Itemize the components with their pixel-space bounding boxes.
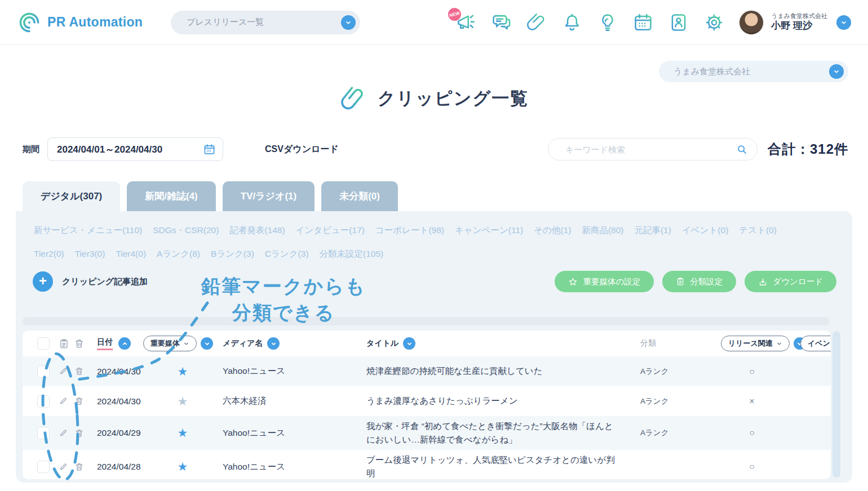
row-media-name: Yahoo!ニュース — [205, 365, 352, 377]
page-nav-select[interactable]: プレスリリース一覧 — [171, 11, 360, 34]
column-header-date[interactable]: 日付 — [97, 337, 113, 350]
sort-ascending-icon[interactable] — [118, 337, 131, 350]
bell-icon[interactable] — [561, 12, 583, 33]
row-checkbox[interactable] — [37, 365, 50, 378]
column-header-title[interactable]: タイトル — [366, 337, 398, 350]
star-outline-icon — [568, 277, 578, 287]
clipboard-icon[interactable] — [56, 338, 71, 349]
filter-link[interactable]: テスト(0) — [739, 225, 777, 235]
filter-link[interactable]: 元記事(1) — [634, 225, 671, 235]
event-filter-pill[interactable]: イベン — [800, 336, 831, 351]
period-value[interactable] — [57, 144, 187, 155]
table-row[interactable]: 2024/04/29 ★ Yahoo!ニュース 我が家・坪倉 “初めて食べたとき… — [23, 416, 831, 450]
filter-link[interactable]: Tier2(0) — [34, 249, 64, 258]
filter-link[interactable]: 新商品(80) — [582, 225, 623, 235]
search-box[interactable] — [548, 138, 758, 160]
select-all-checkbox[interactable] — [37, 337, 50, 350]
tab-digital[interactable]: デジタル(307) — [23, 181, 120, 211]
search-input[interactable] — [565, 145, 736, 154]
avatar[interactable] — [738, 10, 764, 35]
tab-newspaper-magazine[interactable]: 新聞/雑誌(4) — [127, 181, 216, 211]
category-settings-button[interactable]: 分類設定 — [662, 271, 736, 292]
add-clipping-label[interactable]: クリッピング記事追加 — [62, 276, 148, 287]
search-icon[interactable] — [736, 144, 748, 155]
filter-link[interactable]: キャンペーン(11) — [455, 225, 523, 235]
row-title[interactable]: うまみ濃厚なあさりたっぷりラーメン — [352, 391, 628, 411]
filter-link[interactable]: その他(1) — [534, 225, 571, 235]
row-checkbox[interactable] — [37, 395, 50, 408]
company-select[interactable]: うまみ食堂株式会社 — [659, 61, 848, 82]
pencil-icon[interactable] — [56, 396, 71, 406]
main-content: うまみ食堂株式会社 クリッピング一覧 期間 CSVダウンロード 合 — [0, 45, 868, 491]
tab-tv-radio[interactable]: TV/ラジオ(1) — [223, 181, 315, 211]
content-panel: 新サービス・メニュー(110)SDGs・CSR(20)記者発表(148)インタビ… — [16, 211, 852, 483]
filter-link[interactable]: インタビュー(17) — [296, 225, 365, 235]
trash-icon[interactable] — [71, 396, 87, 406]
filter-chevron-down-icon[interactable] — [267, 337, 280, 350]
row-checkbox[interactable] — [37, 427, 50, 439]
column-header-media-name[interactable]: メディア名 — [223, 338, 263, 349]
row-title[interactable]: ブーム後退マリトッツォ、人気底堅いピスタチオとの違いが判明 — [352, 450, 628, 479]
filter-link[interactable]: Tier3(0) — [75, 249, 105, 258]
user-menu-chevron-down-icon[interactable] — [836, 15, 851, 30]
filter-link[interactable]: Tier4(0) — [116, 249, 146, 258]
important-media-settings-button[interactable]: 重要媒体の設定 — [555, 271, 654, 292]
topbar: PR Automation プレスリリース一覧 NEW — [0, 0, 868, 45]
filter-link[interactable]: 新サービス・メニュー(110) — [34, 225, 142, 235]
id-card-icon[interactable] — [668, 12, 689, 33]
filter-link[interactable]: イベント(0) — [682, 225, 728, 235]
filter-links-row1: 新サービス・メニュー(110)SDGs・CSR(20)記者発表(148)インタビ… — [34, 225, 836, 236]
filter-link[interactable]: Aランク(8) — [157, 249, 200, 258]
important-media-filter-pill[interactable]: 重要媒体 — [143, 336, 197, 351]
filter-chevron-down-icon[interactable] — [403, 337, 415, 350]
filter-link[interactable]: 記者発表(148) — [229, 225, 285, 235]
calendar-icon[interactable] — [632, 12, 654, 33]
filter-link[interactable]: コーポレート(98) — [375, 225, 444, 235]
gear-icon[interactable] — [703, 12, 725, 33]
trash-icon[interactable] — [71, 462, 87, 472]
logo[interactable]: PR Automation — [17, 10, 143, 35]
csv-download-link[interactable]: CSVダウンロード — [265, 144, 339, 155]
row-checkbox[interactable] — [37, 461, 50, 473]
table-row[interactable]: 2024/04/30 ★ Yahoo!ニュース 焼津産鰹節の持続可能な生産に貢献… — [23, 356, 831, 386]
chevron-down-icon[interactable] — [341, 15, 356, 30]
row-date: 2024/04/30 — [87, 367, 160, 377]
lightbulb-icon[interactable] — [597, 12, 618, 33]
annotation-note: 鉛筆マークからも 分類できる — [189, 273, 378, 326]
important-star-icon[interactable]: ★ — [178, 365, 188, 378]
megaphone-icon[interactable]: NEW — [455, 12, 476, 33]
pencil-icon[interactable] — [56, 428, 71, 438]
calendar-icon[interactable] — [203, 143, 216, 156]
important-star-icon[interactable]: ★ — [178, 426, 188, 440]
table-row[interactable]: 2024/04/28 ★ Yahoo!ニュース ブーム後退マリトッツォ、人気底堅… — [23, 450, 831, 479]
filter-links-row2: Tier2(0)Tier3(0)Tier4(0)Aランク(8)Bランク(3)Cラ… — [34, 248, 836, 260]
pencil-icon[interactable] — [56, 367, 71, 376]
row-release-related: ○ — [721, 428, 783, 438]
filter-link[interactable]: SDGs・CSR(20) — [153, 225, 219, 235]
release-related-filter-pill[interactable]: リリース関連 — [721, 336, 790, 351]
trash-icon[interactable] — [71, 367, 87, 376]
row-title[interactable]: 焼津産鰹節の持続可能な生産に貢献していた — [352, 361, 628, 381]
period-date-range-input[interactable] — [47, 137, 223, 161]
paperclip-icon[interactable] — [526, 12, 547, 33]
add-clipping-button[interactable]: + — [33, 271, 53, 292]
vertical-scrollbar[interactable] — [832, 331, 840, 477]
pencil-icon[interactable] — [56, 462, 71, 472]
important-star-icon[interactable]: ★ — [178, 460, 188, 474]
download-button[interactable]: ダウンロード — [745, 271, 836, 292]
filter-link[interactable]: Cランク(3) — [265, 249, 309, 258]
important-star-icon[interactable]: ★ — [178, 395, 188, 408]
horizontal-scrollbar[interactable] — [23, 317, 830, 325]
filter-link[interactable]: Bランク(3) — [211, 249, 254, 258]
filter-link[interactable]: 分類未設定(105) — [320, 249, 384, 258]
chevron-down-icon[interactable] — [829, 64, 844, 79]
trash-icon[interactable] — [71, 428, 87, 438]
chat-icon[interactable] — [490, 12, 512, 33]
paperclip-icon — [338, 83, 369, 114]
trash-icon[interactable] — [71, 338, 87, 349]
table-row[interactable]: 2024/04/30 ★ 六本木経済 うまみ濃厚なあさりたっぷりラーメン Aラン… — [23, 386, 831, 416]
tab-uncategorized[interactable]: 未分類(0) — [321, 181, 398, 211]
column-header-category: 分類 — [640, 338, 656, 347]
row-title[interactable]: 我が家・坪倉 “初めて食べたとき衝撃だった”大阪名物「ほんとにおいしい…新幹線で… — [352, 416, 628, 450]
user-block: うまみ食堂株式会社 小野 理沙 — [771, 12, 827, 33]
